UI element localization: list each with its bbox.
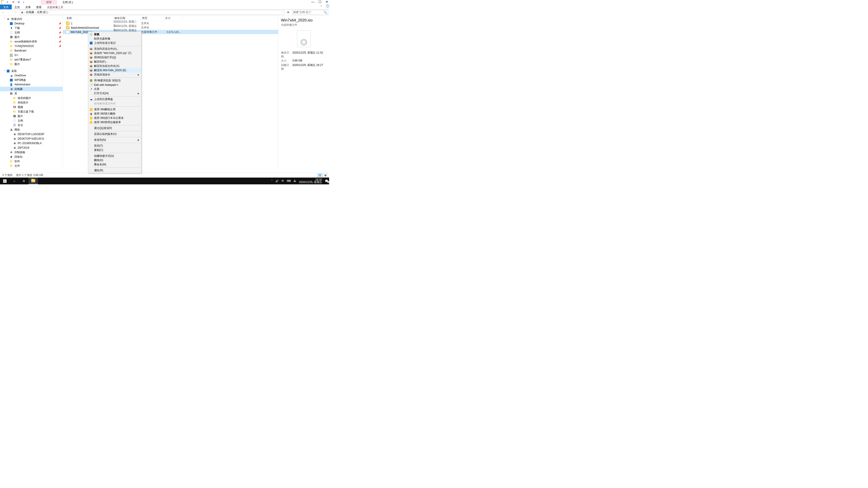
nav-item[interactable]: 🖥DESKTOP-LSSOEDP [0,132,63,136]
nav-item[interactable]: 📁天翼云盘下载 [0,109,63,114]
nav-item[interactable]: 🖥DESKTOP-NJEU3CG [0,136,63,141]
taskbar-search-icon[interactable]: ⌕ [9,177,19,184]
nav-item[interactable]: 📁文件 [0,164,63,168]
context-menu-item[interactable]: 🟡使用 360进行木马云查杀 [88,116,141,120]
context-menu-item[interactable]: 🟢用 蜂蜜浏览器 浏览(3) [88,78,141,83]
nav-item[interactable]: 🎵音乐 [0,123,63,127]
nav-item[interactable]: ☁OneDrive [0,73,63,78]
maximize-button[interactable]: ☐ [318,0,321,4]
context-menu-item[interactable]: 打开方式(H)▶ [88,91,141,96]
context-menu-item[interactable]: 创建快捷方式(S) [88,154,141,158]
context-menu-item[interactable]: 📝Edit with Notepad++ [88,83,141,87]
nav-item[interactable]: 📁本机照片 [0,100,63,105]
context-menu-item[interactable]: 刻录光盘映像 [88,37,141,41]
context-menu-item[interactable]: 🟦上传到有道云笔记 [88,41,141,45]
minimize-button[interactable]: — [311,0,314,4]
context-menu-item[interactable]: 📦其他压缩命令▶ [88,72,141,77]
context-menu-item[interactable]: 发送到(N)▶ [88,138,141,142]
back-button[interactable]: ← [2,11,4,14]
ime-icon[interactable]: 中 [281,179,284,183]
chevron-right-icon[interactable]: › [24,11,25,14]
recent-dropdown-icon[interactable]: ˅ [12,11,13,14]
context-menu-item[interactable]: 📦解压到 Win7x64_2020\ (E) [88,68,141,72]
nav-item[interactable]: 🗑回收站 [0,155,63,159]
volume-icon[interactable]: 🔊 [275,180,279,183]
ribbon-tab-home[interactable]: 主页 [12,4,23,9]
nav-item[interactable]: ˅★快速访问 [0,17,63,21]
nav-item[interactable]: ⬇下载📌 [0,26,63,30]
nav-item[interactable]: 📄文档 [0,119,63,123]
nav-item[interactable]: 🟦WPS网盘 [0,78,63,82]
nav-item[interactable]: 📄文档📌 [0,30,63,35]
context-menu-item[interactable]: 📦添加到压缩文件(A)... [88,47,141,51]
view-icons-button[interactable]: ▦ [323,173,328,177]
context-menu-item[interactable]: 📦用360压缩打开(Q) [88,55,141,60]
nav-item[interactable]: 🖼图片📌 [0,35,63,39]
taskview-icon[interactable]: ⧉ [19,177,29,184]
tray-chevron-icon[interactable]: ˄ [271,180,273,183]
context-menu-item[interactable]: 🟨使用 360解除占用 [88,107,141,111]
nav-item[interactable]: 🎞视频 [0,105,63,109]
keyboard-icon[interactable]: ⌨ [287,180,291,183]
context-menu-item[interactable]: ↗共享 [88,87,141,91]
properties-icon[interactable]: ⊞ [18,0,21,4]
nav-item[interactable]: 📁软件 [0,159,63,164]
chevron-right-icon[interactable]: › [49,11,49,14]
search-input[interactable]: 搜索"文档 (E:)" 🔍 [292,10,328,15]
nav-item[interactable]: 🖼图片 [0,114,63,119]
delete-icon[interactable]: ✕ [12,0,16,4]
table-row[interactable]: 12020/12/15, 星期二 1...文件夹 [63,21,278,26]
nav-item[interactable]: 📁excel表格制作求和📌 [0,39,63,44]
ribbon-expand-icon[interactable]: ˅ [318,4,324,9]
nav-item[interactable]: 👤Administrator [0,82,63,87]
taskbar-clock[interactable]: 16:32 2020/12/25, 星期五 [299,178,322,184]
network-icon[interactable]: 🖧 [293,180,296,183]
col-name[interactable]: 名称˄ [63,15,114,21]
context-menu-item[interactable]: 🟡使用 360管理右键菜单 [88,120,141,125]
context-menu-item[interactable]: 还原以前的版本(V) [88,132,141,136]
nav-item[interactable]: 📁YUNQISHI2019📌 [0,44,63,48]
table-row[interactable]: BaiduNetdiskDownload2020/12/25, 星期五 1...… [63,26,278,30]
ribbon-tab-view[interactable]: 查看 [33,4,44,9]
chevron-right-icon[interactable]: › [35,11,36,14]
breadcrumb[interactable]: 🖥 › 此电脑 › 文档 (E:) › ˅ [20,10,284,15]
context-menu-item[interactable]: 📦解压到(F)... [88,60,141,64]
context-menu-item[interactable]: 📦解压到当前文件夹(X) [88,64,141,68]
context-menu-item[interactable]: 💿装载 [88,32,141,37]
help-icon[interactable]: ? [326,4,329,8]
nav-item[interactable]: 💽G:\ [0,53,63,57]
context-menu-item[interactable]: 通过QQ发送到 [88,126,141,130]
ribbon-tab-file[interactable]: 文件 [0,4,12,9]
breadcrumb-segment[interactable]: 文档 (E:) [37,10,48,14]
nav-item[interactable]: ˅🟦桌面 [0,69,63,73]
chevron-icon[interactable]: ˅ [3,70,6,72]
nav-item[interactable]: 🟦Desktop📌 [0,21,63,26]
view-details-button[interactable]: ☰ [317,173,322,177]
qat-dropdown-icon[interactable]: ▾ [23,1,24,3]
context-menu-item[interactable]: ☁上传到百度网盘 [88,97,141,101]
nav-item[interactable]: 📁图片 [0,62,63,66]
nav-item[interactable]: 📁保存的图片 [0,96,63,100]
context-menu-item[interactable]: 复制(C) [88,148,141,152]
chevron-icon[interactable]: ˅ [3,18,6,20]
address-dropdown-icon[interactable]: ˅ [282,11,283,13]
nav-item[interactable]: 🖥PC-20190530OBLA [0,141,63,145]
taskbar-explorer-icon[interactable] [29,177,38,184]
forward-button[interactable]: → [7,11,9,14]
contextual-tab-manage[interactable]: 管理 [41,0,57,5]
context-menu-item[interactable]: 重命名(M) [88,162,141,167]
col-date[interactable]: 修改日期 [114,15,141,21]
nav-item[interactable]: 🖥ZMT2019 [0,145,63,150]
notifications-icon[interactable]: 💬3 [325,180,328,183]
nav-item[interactable]: 🖥此电脑 [0,87,63,91]
col-size[interactable]: 大小 [164,15,182,21]
save-icon[interactable]: ▾ [7,0,10,4]
up-button[interactable]: ↑ [15,11,17,14]
search-icon[interactable]: 🔍 [324,11,327,14]
start-button[interactable] [0,177,9,184]
nav-item[interactable]: 📚库 [0,91,63,96]
close-button[interactable]: ✕ [326,0,328,4]
nav-item[interactable]: 📁win7重装win7 [0,57,63,62]
ribbon-tab-share[interactable]: 共享 [23,4,33,9]
context-menu-item[interactable]: 🗑使用 360强力删除 [88,111,141,116]
